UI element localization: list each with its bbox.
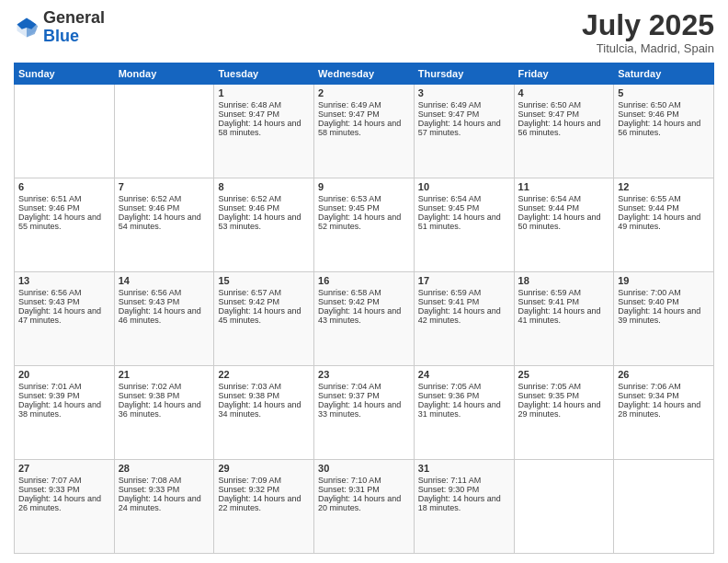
day-number: 10 [418, 181, 510, 192]
day-info: Sunrise: 7:08 AM [119, 476, 210, 485]
day-number: 15 [218, 275, 310, 286]
day-info: Daylight: 14 hours and 31 minutes. [418, 400, 510, 419]
day-info: Sunset: 9:43 PM [18, 297, 110, 306]
table-row: 25Sunrise: 7:05 AMSunset: 9:35 PMDayligh… [514, 366, 614, 460]
day-info: Sunrise: 7:04 AM [318, 382, 410, 391]
day-info: Sunset: 9:46 PM [18, 203, 110, 213]
day-info: Sunrise: 6:58 AM [318, 288, 410, 297]
day-info: Daylight: 14 hours and 26 minutes. [18, 494, 110, 512]
day-info: Daylight: 14 hours and 53 minutes. [218, 213, 310, 231]
day-number: 5 [618, 87, 710, 98]
day-number: 8 [218, 181, 310, 192]
day-info: Sunset: 9:32 PM [218, 485, 310, 494]
title-block: July 2025 Titulcia, Madrid, Spain [582, 9, 714, 55]
table-row: 2Sunrise: 6:49 AMSunset: 9:47 PMDaylight… [314, 85, 415, 178]
day-info: Sunset: 9:44 PM [618, 203, 710, 213]
page: General Blue July 2025 Titulcia, Madrid,… [0, 0, 728, 563]
day-number: 29 [218, 463, 310, 474]
day-info: Sunset: 9:47 PM [218, 109, 310, 119]
day-info: Daylight: 14 hours and 29 minutes. [518, 400, 610, 419]
table-row [614, 460, 714, 554]
day-info: Sunrise: 6:50 AM [618, 100, 710, 109]
table-row: 18Sunrise: 6:59 AMSunset: 9:41 PMDayligh… [514, 272, 614, 366]
day-info: Daylight: 14 hours and 34 minutes. [218, 400, 310, 419]
day-info: Sunset: 9:46 PM [218, 203, 310, 213]
table-row: 20Sunrise: 7:01 AMSunset: 9:39 PMDayligh… [15, 366, 115, 460]
day-info: Daylight: 14 hours and 51 minutes. [418, 213, 510, 231]
day-number: 24 [418, 369, 510, 380]
day-info: Sunrise: 6:55 AM [618, 194, 710, 203]
day-info: Sunrise: 7:00 AM [618, 288, 710, 297]
day-info: Daylight: 14 hours and 55 minutes. [18, 213, 110, 231]
day-info: Daylight: 14 hours and 57 minutes. [418, 119, 510, 137]
day-info: Daylight: 14 hours and 50 minutes. [518, 213, 610, 231]
day-number: 16 [318, 275, 410, 286]
day-info: Sunset: 9:30 PM [418, 485, 510, 494]
logo-icon [14, 15, 40, 40]
day-number: 26 [618, 369, 710, 380]
day-info: Daylight: 14 hours and 56 minutes. [518, 119, 610, 137]
day-info: Sunset: 9:38 PM [119, 391, 210, 400]
day-info: Sunset: 9:46 PM [618, 109, 710, 119]
day-number: 22 [218, 369, 310, 380]
col-saturday: Saturday [614, 63, 714, 85]
col-friday: Friday [514, 63, 614, 85]
logo-blue: Blue [43, 27, 79, 45]
day-info: Daylight: 14 hours and 38 minutes. [18, 400, 110, 419]
day-number: 12 [618, 181, 710, 192]
day-info: Sunset: 9:45 PM [418, 203, 510, 213]
day-info: Sunrise: 7:10 AM [318, 476, 410, 485]
day-info: Sunset: 9:44 PM [518, 203, 610, 213]
day-info: Sunset: 9:37 PM [318, 391, 410, 400]
table-row: 29Sunrise: 7:09 AMSunset: 9:32 PMDayligh… [214, 460, 314, 554]
col-monday: Monday [114, 63, 214, 85]
calendar-week-row: 20Sunrise: 7:01 AMSunset: 9:39 PMDayligh… [15, 366, 714, 460]
day-info: Daylight: 14 hours and 18 minutes. [418, 494, 510, 512]
day-info: Sunrise: 7:06 AM [618, 382, 710, 391]
table-row: 26Sunrise: 7:06 AMSunset: 9:34 PMDayligh… [614, 366, 714, 460]
day-info: Daylight: 14 hours and 45 minutes. [218, 306, 310, 325]
table-row: 8Sunrise: 6:52 AMSunset: 9:46 PMDaylight… [214, 178, 314, 272]
day-info: Sunrise: 7:05 AM [518, 382, 610, 391]
table-row: 1Sunrise: 6:48 AMSunset: 9:47 PMDaylight… [214, 85, 314, 178]
day-info: Sunrise: 6:49 AM [318, 100, 410, 109]
day-number: 20 [18, 369, 110, 380]
day-info: Sunset: 9:45 PM [318, 203, 410, 213]
day-number: 28 [119, 463, 210, 474]
day-number: 6 [18, 181, 110, 192]
day-info: Sunrise: 6:59 AM [418, 288, 510, 297]
day-info: Sunset: 9:41 PM [418, 297, 510, 306]
table-row: 6Sunrise: 6:51 AMSunset: 9:46 PMDaylight… [15, 178, 115, 272]
table-row: 11Sunrise: 6:54 AMSunset: 9:44 PMDayligh… [514, 178, 614, 272]
day-number: 19 [618, 275, 710, 286]
day-info: Sunset: 9:33 PM [119, 485, 210, 494]
day-number: 14 [119, 275, 210, 286]
table-row: 30Sunrise: 7:10 AMSunset: 9:31 PMDayligh… [314, 460, 415, 554]
day-number: 25 [518, 369, 610, 380]
day-info: Daylight: 14 hours and 24 minutes. [119, 494, 210, 512]
day-number: 7 [119, 181, 210, 192]
table-row: 3Sunrise: 6:49 AMSunset: 9:47 PMDaylight… [414, 85, 514, 178]
day-info: Sunset: 9:42 PM [218, 297, 310, 306]
calendar-week-row: 27Sunrise: 7:07 AMSunset: 9:33 PMDayligh… [15, 460, 714, 554]
day-info: Sunrise: 6:56 AM [119, 288, 210, 297]
table-row: 12Sunrise: 6:55 AMSunset: 9:44 PMDayligh… [614, 178, 714, 272]
day-info: Sunset: 9:46 PM [119, 203, 210, 213]
day-info: Sunrise: 6:51 AM [18, 194, 110, 203]
table-row: 17Sunrise: 6:59 AMSunset: 9:41 PMDayligh… [414, 272, 514, 366]
day-info: Daylight: 14 hours and 43 minutes. [318, 306, 410, 325]
day-number: 11 [518, 181, 610, 192]
table-row: 7Sunrise: 6:52 AMSunset: 9:46 PMDaylight… [114, 178, 214, 272]
col-tuesday: Tuesday [214, 63, 314, 85]
day-number: 18 [518, 275, 610, 286]
day-info: Sunrise: 6:49 AM [418, 100, 510, 109]
day-info: Sunrise: 7:09 AM [218, 476, 310, 485]
day-info: Sunset: 9:34 PM [618, 391, 710, 400]
day-info: Sunset: 9:38 PM [218, 391, 310, 400]
day-info: Sunrise: 7:02 AM [119, 382, 210, 391]
table-row [114, 85, 214, 178]
day-number: 9 [318, 181, 410, 192]
day-info: Daylight: 14 hours and 47 minutes. [18, 306, 110, 325]
table-row: 5Sunrise: 6:50 AMSunset: 9:46 PMDaylight… [614, 85, 714, 178]
day-info: Sunrise: 6:52 AM [119, 194, 210, 203]
